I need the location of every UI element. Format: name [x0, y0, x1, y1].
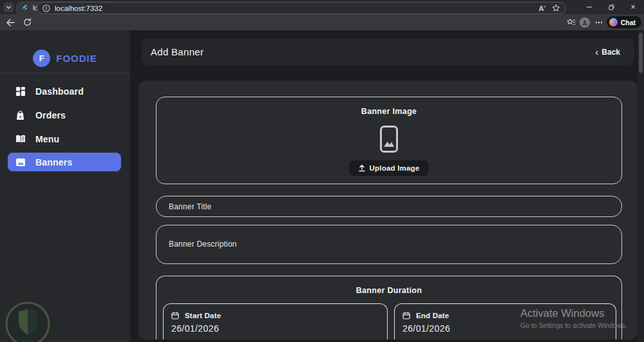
end-date-field[interactable]: End Date 26/01/2026 [394, 303, 616, 339]
image-placeholder-icon [380, 126, 398, 153]
svg-text:⋯⋯⋯: ⋯⋯⋯ [21, 339, 35, 342]
upload-image-label: Upload Image [370, 164, 420, 172]
sidebar-item-orders[interactable]: s Orders [8, 106, 121, 124]
address-bar[interactable]: localhost:7332 Aᵃ [37, 2, 566, 14]
end-date-label: End Date [416, 312, 449, 319]
page-scrollbar[interactable] [638, 30, 644, 342]
more-menu-icon[interactable] [595, 21, 603, 24]
close-window-button[interactable]: × [622, 0, 644, 14]
copilot-chat-button[interactable]: Chat [607, 16, 641, 28]
flutter-favicon-icon [21, 5, 28, 12]
start-date-field[interactable]: Start Date 26/01/2026 [163, 303, 388, 339]
banner-image-section: Banner Image Upload Image [156, 97, 622, 184]
minimize-button[interactable] [578, 0, 600, 14]
profile-avatar[interactable] [580, 17, 590, 28]
calendar-icon [402, 312, 410, 319]
maximize-button[interactable] [600, 0, 622, 14]
scrollbar-thumb[interactable] [639, 33, 643, 73]
back-label: Back [601, 48, 620, 57]
browser-toolbar [0, 14, 644, 30]
url-text[interactable]: localhost:7332 [55, 5, 532, 12]
tab-search-chevron-icon[interactable] [4, 3, 14, 12]
menu-book-icon [15, 135, 26, 144]
sidebar-item-label: Dashboard [35, 86, 84, 97]
site-info-icon[interactable] [43, 5, 50, 12]
brand-name: FOODIE [56, 53, 97, 64]
window-controls: × [578, 0, 644, 14]
image-icon [15, 158, 26, 167]
upload-icon [359, 164, 366, 172]
back-nav-icon[interactable] [6, 19, 15, 26]
chat-label: Chat [621, 19, 636, 26]
brand-logo: F FOODIE [0, 50, 130, 67]
page-title: Add Banner [151, 46, 204, 57]
banner-duration-section: Banner Duration Start Date 26/01/2026 En… [156, 276, 622, 339]
banner-title-input[interactable] [156, 196, 622, 217]
copilot-icon [609, 18, 618, 26]
sidebar-watermark-logo: ⋯⋯⋯ [5, 301, 50, 342]
refresh-icon[interactable] [23, 18, 32, 26]
sidebar-item-label: Menu [35, 134, 59, 144]
calendar-icon [171, 312, 179, 319]
main-area: Add Banner ‹ Back Banner Image Upload Im… [130, 30, 644, 342]
sidebar-divider [0, 73, 130, 73]
sidebar-item-label: Orders [35, 110, 66, 120]
banner-duration-title: Banner Duration [156, 286, 621, 295]
favorite-star-icon[interactable] [552, 4, 560, 12]
read-aloud-icon[interactable]: Aᵃ [538, 5, 545, 12]
sidebar: F FOODIE Dashboard s Orders Menu [0, 30, 130, 342]
shopping-bag-icon: s [15, 110, 26, 120]
start-date-label: Start Date [185, 312, 221, 319]
browser-window: localhost:7332 × + × localhost:7332 Aᵃ [0, 0, 644, 342]
banner-description-input[interactable] [156, 225, 622, 264]
start-date-value: 26/01/2026 [171, 323, 387, 334]
end-date-value: 26/01/2026 [402, 323, 616, 334]
back-button[interactable]: ‹ Back [595, 39, 620, 65]
add-banner-form: Banner Image Upload Image Banner Duratio… [138, 81, 638, 339]
sidebar-item-dashboard[interactable]: Dashboard [8, 82, 121, 100]
sidebar-item-banners[interactable]: Banners [8, 153, 121, 171]
toolbar-right-cluster: Chat [567, 14, 644, 30]
favorites-bar-icon[interactable] [567, 18, 576, 26]
upload-image-button[interactable]: Upload Image [350, 160, 429, 176]
sidebar-item-menu[interactable]: Menu [8, 129, 121, 148]
page-header: Add Banner ‹ Back [142, 39, 634, 65]
sidebar-item-label: Banners [35, 157, 72, 167]
dashboard-grid-icon [15, 86, 26, 97]
back-chevron-icon: ‹ [595, 47, 598, 57]
brand-avatar: F [33, 50, 50, 67]
banner-image-title: Banner Image [156, 107, 621, 116]
